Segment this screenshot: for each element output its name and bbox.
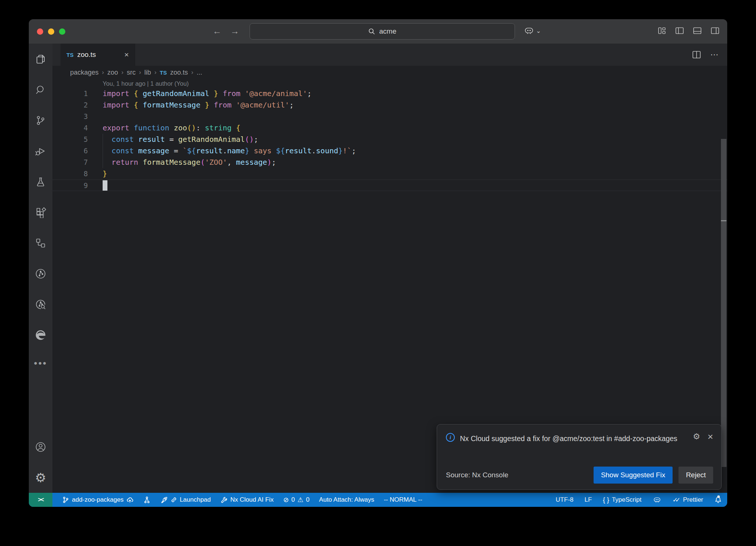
rocket-icon xyxy=(160,496,168,504)
code-line[interactable]: 6 const message = `${result.name} says $… xyxy=(52,145,727,157)
close-window-button[interactable] xyxy=(37,28,43,35)
typescript-file-icon: TS xyxy=(66,52,73,58)
line-number: 7 xyxy=(52,157,88,168)
problems-status[interactable]: ⊘ 0 ⚠ 0 xyxy=(283,496,309,504)
settings-gear-icon[interactable]: ⚙ xyxy=(29,462,52,493)
git-branch-status[interactable]: add-zoo-packages xyxy=(62,496,134,504)
split-editor-icon[interactable] xyxy=(692,50,701,59)
warnings-icon: ⚠ xyxy=(298,496,303,503)
edge-browser-icon[interactable] xyxy=(29,320,52,350)
editor-scrollbar[interactable] xyxy=(721,139,726,467)
notification-source: Source: Nx Console xyxy=(446,471,508,479)
nx-cloud-ai-fix-status[interactable]: Nx Cloud AI Fix xyxy=(220,496,274,504)
code-line[interactable]: 2import { formatMessage } from '@acme/ut… xyxy=(52,99,727,111)
code-line[interactable]: 7 return formatMessage('ZOO', message); xyxy=(52,157,727,168)
code-line[interactable]: 3 xyxy=(52,111,727,122)
copilot-menu[interactable]: ⌄ xyxy=(523,25,541,36)
notification-toast: i Nx Cloud suggested a fix for @acme/zoo… xyxy=(437,424,722,490)
copilot-icon xyxy=(653,495,662,504)
line-number: 5 xyxy=(52,134,88,145)
line-content: } xyxy=(103,168,107,180)
title-bar: ← → acme ⌄ xyxy=(29,19,727,44)
line-content xyxy=(103,180,107,191)
nx-project-graph-icon[interactable] xyxy=(29,258,52,289)
indent-guide xyxy=(103,134,103,168)
breadcrumb-item[interactable]: src xyxy=(127,69,135,76)
notification-message: Nx Cloud suggested a fix for @acme/zoo:t… xyxy=(460,432,681,445)
line-content: import { getRandomAnimal } from '@acme/a… xyxy=(103,88,312,99)
link-icon xyxy=(171,496,177,503)
breadcrumb-more[interactable]: ... xyxy=(197,69,202,76)
more-views-icon[interactable]: ••• xyxy=(34,350,47,376)
line-number: 1 xyxy=(52,88,88,99)
activity-bar: ••• ⚙ xyxy=(29,44,52,493)
reject-button[interactable]: Reject xyxy=(678,467,713,484)
prettier-status[interactable]: ✓✓ Prettier xyxy=(673,496,703,504)
code-line[interactable]: 5 const result = getRandomAnimal(); xyxy=(52,134,727,145)
tab-bar: TS zoo.ts × ⋯ xyxy=(52,44,727,66)
run-debug-icon[interactable] xyxy=(29,136,52,166)
toggle-panel-icon[interactable] xyxy=(693,26,702,35)
code-line[interactable]: 9 xyxy=(52,180,727,191)
breadcrumb-item[interactable]: packages xyxy=(70,69,99,76)
notifications-bell[interactable] xyxy=(714,496,722,504)
zoom-window-button[interactable] xyxy=(59,28,65,35)
auto-attach-status[interactable]: Auto Attach: Always xyxy=(319,496,374,504)
info-icon: i xyxy=(446,433,455,442)
notification-settings-icon[interactable]: ⚙ xyxy=(693,432,700,441)
encoding-status[interactable]: UTF-8 xyxy=(556,496,573,504)
code-line[interactable]: 8} xyxy=(52,168,727,180)
forward-button[interactable]: → xyxy=(230,26,239,36)
close-tab-icon[interactable]: × xyxy=(124,50,129,59)
copilot-status[interactable] xyxy=(653,495,662,504)
minimize-window-button[interactable] xyxy=(48,28,54,35)
line-number: 8 xyxy=(52,168,88,180)
source-control-icon[interactable] xyxy=(29,105,52,136)
search-sidebar-icon[interactable] xyxy=(29,74,52,105)
breadcrumb-item[interactable]: lib xyxy=(144,69,151,76)
launchpad-status[interactable]: Launchpad xyxy=(160,496,211,504)
double-check-icon: ✓✓ xyxy=(673,496,681,504)
show-suggested-fix-button[interactable]: Show Suggested Fix xyxy=(594,467,673,484)
errors-icon: ⊘ xyxy=(283,496,289,503)
status-bar: >< add-zoo-packages xyxy=(29,493,727,507)
typescript-file-icon: TS xyxy=(160,69,167,76)
line-number: 2 xyxy=(52,99,88,111)
notification-dot xyxy=(717,495,720,498)
toggle-secondary-sidebar-icon[interactable] xyxy=(710,26,720,35)
code-lines: 1import { getRandomAnimal } from '@acme/… xyxy=(52,88,727,191)
eol-status[interactable]: LF xyxy=(585,496,592,504)
explorer-icon[interactable] xyxy=(29,44,52,74)
nx-graph-search-icon[interactable] xyxy=(29,289,52,320)
notification-close-icon[interactable]: × xyxy=(708,433,713,441)
testing-icon[interactable] xyxy=(29,166,52,197)
vim-block-cursor xyxy=(103,180,107,191)
back-button[interactable]: ← xyxy=(213,26,221,36)
extensions-icon[interactable] xyxy=(29,197,52,228)
customize-layout-icon[interactable] xyxy=(657,26,667,35)
vim-mode-status[interactable]: -- NORMAL -- xyxy=(384,496,422,504)
cloud-upload-icon xyxy=(126,496,134,504)
window-controls xyxy=(37,28,65,35)
line-content: export function zoo(): string { xyxy=(103,122,240,134)
tab-label: zoo.ts xyxy=(77,51,96,59)
line-content: const result = getRandomAnimal(); xyxy=(103,134,258,145)
wrench-icon xyxy=(220,496,228,504)
line-number: 9 xyxy=(52,180,88,191)
vscode-window: ← → acme ⌄ xyxy=(29,19,727,507)
nx-graph-status[interactable] xyxy=(143,496,151,504)
command-center-search[interactable]: acme xyxy=(250,23,515,40)
tab-zoo-ts[interactable]: TS zoo.ts × xyxy=(61,44,135,66)
nx-console-icon[interactable] xyxy=(29,228,52,258)
breadcrumb-item[interactable]: zoo xyxy=(107,69,118,76)
search-query: acme xyxy=(379,27,396,35)
line-number: 6 xyxy=(52,145,88,157)
code-line[interactable]: 1import { getRandomAnimal } from '@acme/… xyxy=(52,88,727,99)
toggle-primary-sidebar-icon[interactable] xyxy=(675,26,684,35)
language-mode-status[interactable]: { } TypeScript xyxy=(603,496,641,504)
breadcrumb-file[interactable]: zoo.ts xyxy=(170,69,188,76)
code-line[interactable]: 4export function zoo(): string { xyxy=(52,122,727,134)
remote-indicator[interactable]: >< xyxy=(29,493,52,507)
editor-more-actions-icon[interactable]: ⋯ xyxy=(710,50,718,59)
account-icon[interactable] xyxy=(29,431,52,462)
